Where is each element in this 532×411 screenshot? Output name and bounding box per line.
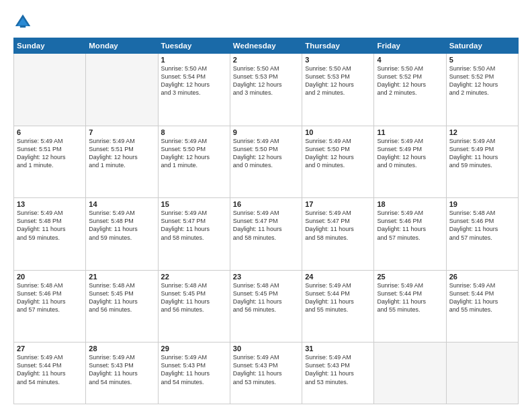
calendar-cell: 18Sunrise: 5:49 AM Sunset: 5:46 PM Dayli…	[374, 198, 446, 271]
day-info: Sunrise: 5:48 AM Sunset: 5:46 PM Dayligh…	[449, 209, 515, 242]
calendar-cell: 19Sunrise: 5:48 AM Sunset: 5:46 PM Dayli…	[446, 198, 518, 271]
day-number: 28	[89, 345, 154, 353]
calendar-cell	[374, 342, 446, 404]
day-info: Sunrise: 5:49 AM Sunset: 5:47 PM Dayligh…	[305, 209, 371, 242]
day-info: Sunrise: 5:49 AM Sunset: 5:49 PM Dayligh…	[377, 137, 443, 170]
calendar-week-5: 27Sunrise: 5:49 AM Sunset: 5:44 PM Dayli…	[14, 342, 519, 404]
logo-icon	[13, 12, 32, 31]
day-number: 3	[305, 56, 371, 64]
calendar-cell: 26Sunrise: 5:49 AM Sunset: 5:44 PM Dayli…	[446, 270, 518, 342]
calendar-cell: 9Sunrise: 5:49 AM Sunset: 5:50 PM Daylig…	[230, 126, 302, 198]
calendar-cell: 4Sunrise: 5:50 AM Sunset: 5:52 PM Daylig…	[374, 54, 446, 126]
day-number: 1	[161, 56, 227, 64]
calendar-cell: 29Sunrise: 5:49 AM Sunset: 5:43 PM Dayli…	[158, 342, 230, 404]
day-info: Sunrise: 5:50 AM Sunset: 5:54 PM Dayligh…	[161, 64, 227, 97]
calendar-cell	[86, 54, 158, 126]
day-number: 7	[89, 128, 154, 136]
day-info: Sunrise: 5:49 AM Sunset: 5:50 PM Dayligh…	[161, 137, 227, 170]
calendar-cell: 27Sunrise: 5:49 AM Sunset: 5:44 PM Dayli…	[14, 342, 86, 404]
weekday-thursday: Thursday	[302, 38, 374, 54]
svg-rect-2	[20, 26, 26, 28]
day-number: 31	[305, 345, 371, 353]
day-info: Sunrise: 5:49 AM Sunset: 5:51 PM Dayligh…	[89, 137, 154, 170]
calendar-cell: 24Sunrise: 5:49 AM Sunset: 5:44 PM Dayli…	[302, 270, 374, 342]
day-number: 19	[449, 200, 515, 208]
day-number: 5	[449, 56, 515, 64]
calendar-cell: 25Sunrise: 5:49 AM Sunset: 5:44 PM Dayli…	[374, 270, 446, 342]
day-number: 14	[89, 200, 154, 208]
calendar-cell: 11Sunrise: 5:49 AM Sunset: 5:49 PM Dayli…	[374, 126, 446, 198]
day-info: Sunrise: 5:49 AM Sunset: 5:44 PM Dayligh…	[449, 281, 515, 314]
day-info: Sunrise: 5:48 AM Sunset: 5:46 PM Dayligh…	[17, 281, 83, 314]
page: SundayMondayTuesdayWednesdayThursdayFrid…	[0, 0, 532, 411]
logo	[13, 12, 35, 31]
day-number: 30	[233, 345, 299, 353]
day-info: Sunrise: 5:49 AM Sunset: 5:50 PM Dayligh…	[233, 137, 299, 170]
calendar-cell: 14Sunrise: 5:49 AM Sunset: 5:48 PM Dayli…	[86, 198, 158, 271]
weekday-tuesday: Tuesday	[158, 38, 230, 54]
day-info: Sunrise: 5:49 AM Sunset: 5:47 PM Dayligh…	[233, 209, 299, 242]
calendar-week-4: 20Sunrise: 5:48 AM Sunset: 5:46 PM Dayli…	[14, 270, 519, 342]
day-number: 2	[233, 56, 299, 64]
day-info: Sunrise: 5:48 AM Sunset: 5:45 PM Dayligh…	[89, 281, 154, 314]
weekday-saturday: Saturday	[446, 38, 518, 54]
calendar-cell: 20Sunrise: 5:48 AM Sunset: 5:46 PM Dayli…	[14, 270, 86, 342]
day-number: 18	[377, 200, 443, 208]
day-info: Sunrise: 5:50 AM Sunset: 5:52 PM Dayligh…	[377, 64, 443, 97]
day-info: Sunrise: 5:49 AM Sunset: 5:44 PM Dayligh…	[377, 281, 443, 314]
day-number: 8	[161, 128, 227, 136]
day-info: Sunrise: 5:49 AM Sunset: 5:43 PM Dayligh…	[233, 353, 299, 386]
calendar-cell: 10Sunrise: 5:49 AM Sunset: 5:50 PM Dayli…	[302, 126, 374, 198]
calendar-cell: 16Sunrise: 5:49 AM Sunset: 5:47 PM Dayli…	[230, 198, 302, 271]
calendar-week-2: 6Sunrise: 5:49 AM Sunset: 5:51 PM Daylig…	[14, 126, 519, 198]
header	[13, 12, 519, 31]
day-number: 12	[449, 128, 515, 136]
calendar-cell: 15Sunrise: 5:49 AM Sunset: 5:47 PM Dayli…	[158, 198, 230, 271]
day-info: Sunrise: 5:49 AM Sunset: 5:48 PM Dayligh…	[17, 209, 83, 242]
calendar-table: SundayMondayTuesdayWednesdayThursdayFrid…	[13, 38, 519, 404]
day-number: 27	[17, 345, 83, 353]
calendar-cell: 30Sunrise: 5:49 AM Sunset: 5:43 PM Dayli…	[230, 342, 302, 404]
day-info: Sunrise: 5:49 AM Sunset: 5:43 PM Dayligh…	[305, 353, 371, 386]
day-info: Sunrise: 5:49 AM Sunset: 5:50 PM Dayligh…	[305, 137, 371, 170]
day-info: Sunrise: 5:50 AM Sunset: 5:53 PM Dayligh…	[305, 64, 371, 97]
calendar-cell: 8Sunrise: 5:49 AM Sunset: 5:50 PM Daylig…	[158, 126, 230, 198]
day-info: Sunrise: 5:49 AM Sunset: 5:43 PM Dayligh…	[89, 353, 154, 386]
day-info: Sunrise: 5:49 AM Sunset: 5:49 PM Dayligh…	[449, 137, 515, 170]
calendar-cell	[446, 342, 518, 404]
calendar-week-3: 13Sunrise: 5:49 AM Sunset: 5:48 PM Dayli…	[14, 198, 519, 271]
day-number: 26	[449, 273, 515, 281]
day-info: Sunrise: 5:49 AM Sunset: 5:46 PM Dayligh…	[377, 209, 443, 242]
calendar-cell: 23Sunrise: 5:48 AM Sunset: 5:45 PM Dayli…	[230, 270, 302, 342]
calendar-cell: 13Sunrise: 5:49 AM Sunset: 5:48 PM Dayli…	[14, 198, 86, 271]
calendar-cell	[14, 54, 86, 126]
day-number: 15	[161, 200, 227, 208]
calendar-cell: 12Sunrise: 5:49 AM Sunset: 5:49 PM Dayli…	[446, 126, 518, 198]
day-info: Sunrise: 5:49 AM Sunset: 5:44 PM Dayligh…	[305, 281, 371, 314]
day-info: Sunrise: 5:50 AM Sunset: 5:52 PM Dayligh…	[449, 64, 515, 97]
day-info: Sunrise: 5:49 AM Sunset: 5:48 PM Dayligh…	[89, 209, 154, 242]
weekday-header-row: SundayMondayTuesdayWednesdayThursdayFrid…	[14, 38, 519, 54]
calendar-cell: 6Sunrise: 5:49 AM Sunset: 5:51 PM Daylig…	[14, 126, 86, 198]
day-number: 9	[233, 128, 299, 136]
day-info: Sunrise: 5:49 AM Sunset: 5:43 PM Dayligh…	[161, 353, 227, 386]
day-number: 24	[305, 273, 371, 281]
calendar-cell: 3Sunrise: 5:50 AM Sunset: 5:53 PM Daylig…	[302, 54, 374, 126]
calendar-week-1: 1Sunrise: 5:50 AM Sunset: 5:54 PM Daylig…	[14, 54, 519, 126]
day-number: 16	[233, 200, 299, 208]
day-number: 21	[89, 273, 154, 281]
day-number: 6	[17, 128, 83, 136]
day-number: 20	[17, 273, 83, 281]
weekday-wednesday: Wednesday	[230, 38, 302, 54]
day-info: Sunrise: 5:48 AM Sunset: 5:45 PM Dayligh…	[161, 281, 227, 314]
day-number: 10	[305, 128, 371, 136]
calendar-cell: 21Sunrise: 5:48 AM Sunset: 5:45 PM Dayli…	[86, 270, 158, 342]
day-number: 25	[377, 273, 443, 281]
weekday-friday: Friday	[374, 38, 446, 54]
day-number: 29	[161, 345, 227, 353]
day-number: 17	[305, 200, 371, 208]
calendar-cell: 7Sunrise: 5:49 AM Sunset: 5:51 PM Daylig…	[86, 126, 158, 198]
day-number: 13	[17, 200, 83, 208]
calendar-cell: 1Sunrise: 5:50 AM Sunset: 5:54 PM Daylig…	[158, 54, 230, 126]
calendar-cell: 2Sunrise: 5:50 AM Sunset: 5:53 PM Daylig…	[230, 54, 302, 126]
